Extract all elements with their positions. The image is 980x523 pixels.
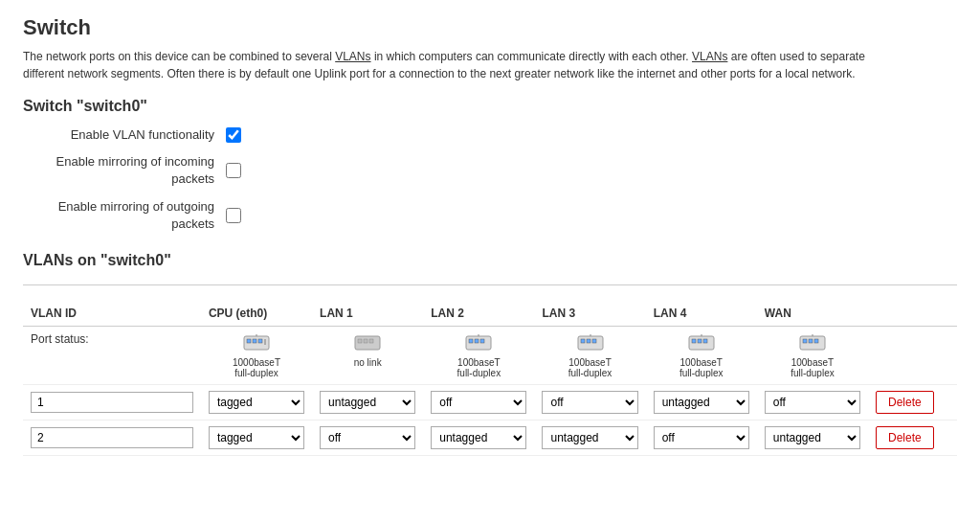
vlans-link1[interactable]: VLANs [335, 50, 370, 63]
lan3-select-2[interactable]: off untagged tagged [542, 426, 637, 449]
svg-rect-16 [581, 339, 585, 343]
enable-vlan-label: Enable VLAN functionality [23, 126, 214, 144]
lan1-select-2[interactable]: off untagged tagged [320, 426, 415, 449]
vlan-id-input-2[interactable] [31, 427, 193, 448]
page-description: The network ports on this device can be … [23, 48, 884, 82]
vlans-link2[interactable]: VLANs [692, 50, 727, 63]
svg-rect-11 [469, 339, 473, 343]
svg-rect-2 [253, 339, 256, 343]
cpu-select-1[interactable]: off tagged untagged [209, 391, 304, 414]
enable-mirror-incoming-checkbox[interactable] [226, 163, 241, 178]
wan-select-1[interactable]: off untagged tagged [765, 391, 860, 414]
svg-rect-9 [369, 339, 373, 343]
enable-mirror-outgoing-label: Enable mirroring of outgoingpackets [23, 198, 214, 233]
table-row: off tagged untagged off untagged tagged … [23, 384, 957, 420]
port-status-row: Port status: 1000baseTfull-duplex [23, 326, 957, 384]
vlan-section-title: VLANs on "switch0" [23, 252, 957, 269]
port-cpu-status: 1000baseTfull-duplex [209, 332, 304, 378]
delete-button-2[interactable]: Delete [876, 426, 934, 449]
vlan-id-cell [23, 384, 201, 420]
port-status-label: Port status: [23, 326, 201, 384]
col-wan: WAN [757, 301, 868, 327]
port-lan4-status: 100baseTfull-duplex [654, 332, 749, 378]
cpu-select-2[interactable]: off tagged untagged [209, 426, 304, 449]
switch-section-title: Switch "switch0" [23, 98, 957, 115]
table-row: off tagged untagged off untagged tagged … [23, 420, 957, 455]
enable-mirror-incoming-label: Enable mirroring of incomingpackets [23, 153, 214, 188]
svg-rect-17 [587, 339, 590, 343]
enable-vlan-checkbox[interactable] [226, 127, 241, 143]
col-vlan-id: VLAN ID [23, 301, 201, 327]
lan2-select-2[interactable]: off untagged tagged [431, 426, 526, 449]
svg-rect-28 [814, 339, 818, 343]
vlan-id-cell [23, 420, 201, 455]
col-lan1: LAN 1 [312, 301, 423, 327]
vlan-id-input-1[interactable] [31, 392, 193, 413]
port-lan3-status: 100baseTfull-duplex [542, 332, 637, 378]
svg-rect-27 [809, 339, 813, 343]
col-lan2: LAN 2 [423, 301, 534, 327]
svg-rect-3 [258, 339, 262, 343]
port-lan1-status: no link [320, 332, 415, 368]
enable-mirror-outgoing-checkbox[interactable] [226, 208, 241, 223]
svg-rect-13 [480, 339, 484, 343]
lan4-select-1[interactable]: off untagged tagged [654, 391, 749, 414]
wan-select-2[interactable]: off untagged tagged [765, 426, 860, 449]
lan3-select-1[interactable]: off untagged tagged [542, 391, 637, 414]
port-lan2-status: 100baseTfull-duplex [431, 332, 526, 378]
svg-rect-8 [364, 339, 368, 343]
svg-rect-23 [703, 339, 707, 343]
col-lan4: LAN 4 [646, 301, 757, 327]
port-wan-status: 100baseTfull-duplex [765, 332, 860, 378]
svg-rect-4 [264, 339, 266, 345]
svg-rect-26 [803, 339, 807, 343]
svg-rect-22 [698, 339, 702, 343]
lan4-select-2[interactable]: off untagged tagged [654, 426, 749, 449]
col-cpu: CPU (eth0) [201, 301, 312, 327]
col-lan3: LAN 3 [534, 301, 645, 327]
svg-rect-21 [692, 339, 696, 343]
lan1-select-1[interactable]: off untagged tagged [320, 391, 415, 414]
vlan-table: VLAN ID CPU (eth0) LAN 1 LAN 2 LAN 3 LAN… [23, 301, 957, 456]
delete-button-1[interactable]: Delete [876, 391, 934, 414]
svg-rect-1 [247, 339, 251, 343]
lan2-select-1[interactable]: off untagged tagged [431, 391, 526, 414]
col-action [868, 301, 957, 327]
svg-rect-12 [475, 339, 479, 343]
svg-rect-18 [592, 339, 596, 343]
page-title: Switch [23, 15, 957, 40]
svg-rect-7 [358, 339, 362, 343]
